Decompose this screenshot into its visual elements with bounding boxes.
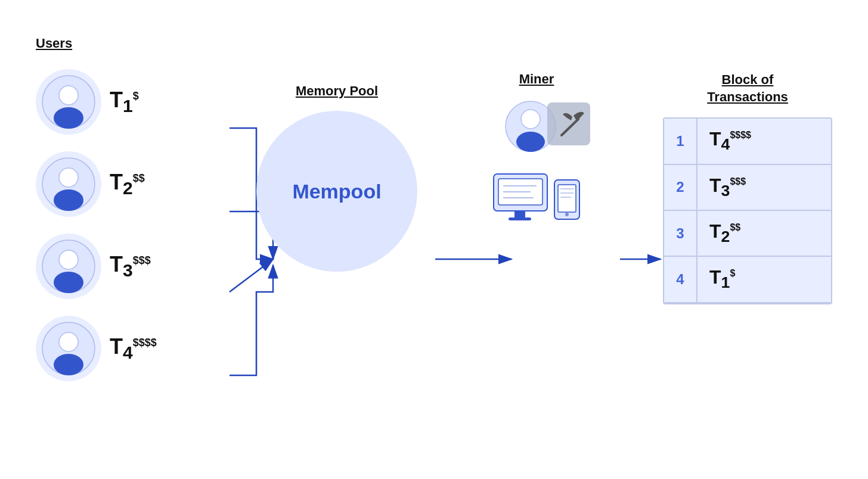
svg-point-6 — [54, 189, 83, 211]
table-row: 2 T3$$$ — [664, 164, 831, 210]
svg-point-30 — [565, 213, 569, 216]
table-row: 3 T2$$ — [664, 210, 831, 256]
users-list: T1$ T2$$ — [36, 69, 157, 381]
tx-label-4: T4$$$$ — [110, 334, 157, 363]
arrow-t4 — [230, 265, 273, 375]
miner-section: Miner — [489, 71, 584, 216]
users-title: Users — [36, 36, 72, 51]
tx-label-1: T1$ — [110, 88, 139, 116]
svg-point-14 — [521, 110, 540, 129]
miner-illustration — [489, 97, 584, 216]
svg-point-12 — [54, 354, 83, 375]
svg-point-15 — [516, 132, 545, 152]
tx-label-2: T2$$ — [110, 170, 145, 198]
block-table: 1 T4$$$$ 2 T3$$$ 3 T2$$ 4 T1$ — [664, 119, 831, 303]
svg-point-11 — [59, 332, 78, 352]
row-num-2: 2 — [664, 164, 697, 210]
avatar-user2 — [36, 151, 101, 217]
svg-point-5 — [59, 168, 78, 187]
svg-point-9 — [54, 272, 83, 293]
user-row-2: T2$$ — [36, 151, 157, 217]
row-tx-2: T3$$$ — [697, 164, 831, 210]
user-row-1: T1$ — [36, 69, 157, 135]
svg-point-8 — [59, 250, 78, 269]
row-tx-3: T2$$ — [697, 210, 831, 256]
row-num-1: 1 — [664, 119, 697, 164]
table-row: 4 T1$ — [664, 256, 831, 302]
block-table-outer: 1 T4$$$$ 2 T3$$$ 3 T2$$ 4 T1$ — [663, 117, 832, 304]
user-row-4: T4$$$$ — [36, 316, 157, 381]
row-num-4: 4 — [664, 256, 697, 302]
row-tx-1: T4$$$$ — [697, 119, 831, 164]
block-section: Block of Transactions 1 T4$$$$ 2 T3$$$ 3 — [663, 71, 832, 304]
diagram-container: Users T1$ — [0, 0, 868, 479]
avatar-user3 — [36, 234, 101, 299]
row-num-3: 3 — [664, 210, 697, 256]
svg-point-2 — [59, 86, 78, 105]
avatar-user4 — [36, 316, 101, 381]
tx-label-3: T3$$$ — [110, 252, 151, 281]
mempool-circle: Mempool — [256, 111, 417, 272]
row-tx-4: T1$ — [697, 256, 831, 302]
users-section: Users T1$ — [36, 36, 157, 381]
user-row-3: T3$$$ — [36, 234, 157, 299]
block-title: Block of Transactions — [707, 71, 788, 105]
mempool-title: Memory Pool — [296, 83, 378, 99]
table-row: 1 T4$$$$ — [664, 119, 831, 164]
svg-rect-20 — [514, 211, 525, 218]
svg-rect-21 — [509, 217, 531, 220]
mempool-label: Mempool — [292, 180, 381, 203]
avatar-user1 — [36, 69, 101, 135]
mempool-section: Memory Pool Mempool — [256, 83, 417, 272]
miner-title: Miner — [519, 71, 554, 87]
svg-point-3 — [54, 107, 83, 129]
svg-rect-16 — [547, 102, 590, 145]
